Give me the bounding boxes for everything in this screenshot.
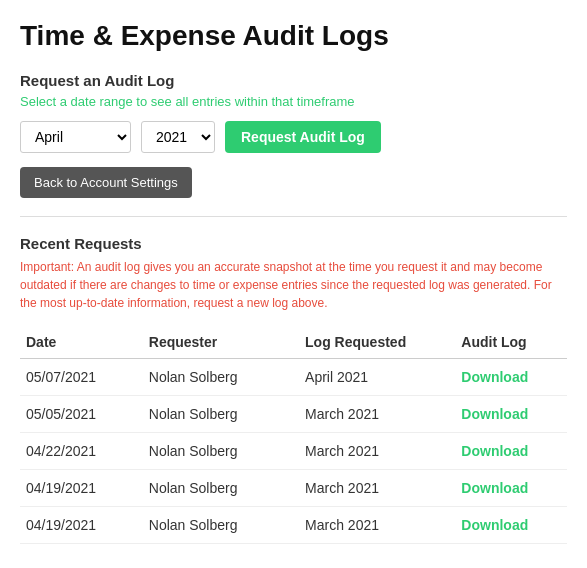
cell-log-requested: March 2021 <box>299 470 455 507</box>
download-link[interactable]: Download <box>461 517 528 533</box>
col-header-log-requested: Log Requested <box>299 326 455 359</box>
cell-requester: Nolan Solberg <box>143 507 299 544</box>
important-note: Important: An audit log gives you an acc… <box>20 258 567 312</box>
table-row: 04/22/2021Nolan SolbergMarch 2021Downloa… <box>20 433 567 470</box>
request-section: Request an Audit Log Select a date range… <box>20 72 567 153</box>
important-text: An audit log gives you an accurate snaps… <box>20 260 552 310</box>
download-link[interactable]: Download <box>461 406 528 422</box>
subtitle-link: all entries within that timeframe <box>175 94 354 109</box>
cell-requester: Nolan Solberg <box>143 470 299 507</box>
year-select[interactable]: 2019 2020 2021 2022 2023 <box>141 121 215 153</box>
table-row: 05/05/2021Nolan SolbergMarch 2021Downloa… <box>20 396 567 433</box>
request-audit-log-button[interactable]: Request Audit Log <box>225 121 381 153</box>
cell-audit-log: Download <box>455 359 567 396</box>
cell-audit-log: Download <box>455 507 567 544</box>
cell-requester: Nolan Solberg <box>143 433 299 470</box>
cell-date: 05/07/2021 <box>20 359 143 396</box>
back-to-account-settings-button[interactable]: Back to Account Settings <box>20 167 192 198</box>
col-header-requester: Requester <box>143 326 299 359</box>
cell-audit-log: Download <box>455 396 567 433</box>
cell-log-requested: March 2021 <box>299 433 455 470</box>
important-prefix: Important: <box>20 260 77 274</box>
cell-date: 04/22/2021 <box>20 433 143 470</box>
cell-date: 04/19/2021 <box>20 470 143 507</box>
recent-section-title: Recent Requests <box>20 235 567 252</box>
request-section-title: Request an Audit Log <box>20 72 567 89</box>
cell-log-requested: April 2021 <box>299 359 455 396</box>
controls-row: January February March April May June Ju… <box>20 121 567 153</box>
cell-log-requested: March 2021 <box>299 507 455 544</box>
request-section-subtitle: Select a date range to see all entries w… <box>20 94 567 109</box>
table-row: 04/19/2021Nolan SolbergMarch 2021Downloa… <box>20 507 567 544</box>
recent-section: Recent Requests Important: An audit log … <box>20 235 567 544</box>
subtitle-plain: Select a date range to see <box>20 94 175 109</box>
cell-audit-log: Download <box>455 470 567 507</box>
cell-date: 04/19/2021 <box>20 507 143 544</box>
download-link[interactable]: Download <box>461 369 528 385</box>
month-select[interactable]: January February March April May June Ju… <box>20 121 131 153</box>
table-row: 04/19/2021Nolan SolbergMarch 2021Downloa… <box>20 470 567 507</box>
recent-requests-table: Date Requester Log Requested Audit Log 0… <box>20 326 567 544</box>
cell-log-requested: March 2021 <box>299 396 455 433</box>
cell-requester: Nolan Solberg <box>143 359 299 396</box>
table-row: 05/07/2021Nolan SolbergApril 2021Downloa… <box>20 359 567 396</box>
cell-audit-log: Download <box>455 433 567 470</box>
download-link[interactable]: Download <box>461 480 528 496</box>
section-divider <box>20 216 567 217</box>
cell-date: 05/05/2021 <box>20 396 143 433</box>
download-link[interactable]: Download <box>461 443 528 459</box>
col-header-date: Date <box>20 326 143 359</box>
col-header-audit-log: Audit Log <box>455 326 567 359</box>
page-title: Time & Expense Audit Logs <box>20 20 567 52</box>
cell-requester: Nolan Solberg <box>143 396 299 433</box>
